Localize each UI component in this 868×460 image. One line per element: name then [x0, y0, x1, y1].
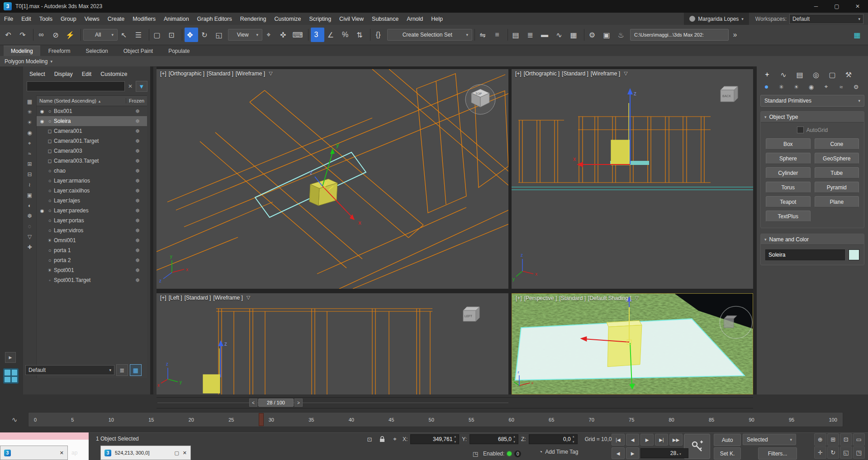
- category-geometry[interactable]: ●: [759, 81, 773, 92]
- viewport-4-canvas[interactable]: x y z: [512, 294, 753, 394]
- mirror-button[interactable]: ⇋: [477, 28, 491, 42]
- angle-snap-button[interactable]: ∠: [325, 28, 339, 42]
- current-frame-field[interactable]: 28▲▼: [640, 448, 688, 458]
- ribbon-toggle-button[interactable]: ▬: [539, 28, 553, 42]
- scene-row[interactable]: ○ chao ❆: [37, 166, 147, 176]
- menu-item[interactable]: Civil View: [335, 13, 368, 25]
- object-name-input[interactable]: [765, 249, 845, 260]
- viewport-filter-icon[interactable]: ▽: [247, 295, 250, 301]
- next-frame-arrow[interactable]: >: [294, 399, 303, 407]
- zoom-extents-all-icon[interactable]: ◱: [840, 446, 852, 459]
- viewport-menu-general[interactable]: [+]: [160, 70, 166, 77]
- expand-panel-button[interactable]: ▶: [5, 352, 16, 363]
- keyboard-override-button[interactable]: ⌨: [292, 28, 306, 42]
- filter-combinations-button[interactable]: ▽: [24, 231, 35, 242]
- frozen-toggle-icon[interactable]: ❆: [128, 268, 147, 273]
- primitive-button[interactable]: Pyramid: [815, 182, 859, 193]
- scene-row[interactable]: ◻ Camera001.Target ❆: [37, 136, 147, 146]
- yellow-box-object[interactable]: [203, 375, 220, 393]
- tab-display[interactable]: ▢: [825, 69, 840, 80]
- absolute-offset-toggle-icon[interactable]: ⌖: [390, 434, 400, 444]
- frozen-toggle-icon[interactable]: ❆: [128, 258, 147, 263]
- restore-icon[interactable]: ▢: [174, 450, 179, 456]
- display-frozen-toggle[interactable]: ❆: [24, 211, 35, 221]
- explorer-menu-item[interactable]: Display: [51, 70, 76, 78]
- scene-explorer-mode-icon[interactable]: ▦: [130, 364, 142, 376]
- frozen-toggle-icon[interactable]: ❆: [128, 277, 147, 283]
- mini-curve-editor-button[interactable]: ∿: [5, 414, 24, 426]
- viewcube[interactable]: LEFT: [463, 307, 479, 321]
- visibility-eye-icon[interactable]: ◉: [38, 119, 46, 124]
- frozen-toggle-icon[interactable]: ❆: [128, 128, 147, 134]
- frozen-toggle-icon[interactable]: ❆: [128, 208, 147, 214]
- viewport-orthographic-2[interactable]: [+] [Orthographic ] [Standard ] [Wirefra…: [512, 69, 753, 289]
- maximize-button[interactable]: ▢: [826, 0, 847, 13]
- display-spacewarps-toggle[interactable]: ≈: [24, 148, 35, 159]
- undo-button[interactable]: ↶: [3, 28, 16, 42]
- adaptive-degradation-icon[interactable]: ◳: [470, 449, 480, 459]
- track-bar[interactable]: 0510152025303540455055606570758085909510…: [28, 412, 843, 427]
- display-cameras-toggle[interactable]: ◉: [24, 127, 35, 138]
- zoom-extents-icon[interactable]: ⊡: [840, 433, 852, 446]
- previous-frame-button[interactable]: ◀: [626, 434, 639, 446]
- ribbon-tab[interactable]: Populate: [161, 46, 197, 56]
- auto-key-button[interactable]: Auto: [714, 434, 741, 446]
- viewport-1-canvas[interactable]: y x z TOP x: [157, 69, 508, 289]
- visibility-eye-icon[interactable]: ◉: [38, 208, 46, 213]
- tab-hierarchy[interactable]: ▤: [792, 69, 807, 80]
- frozen-toggle-icon[interactable]: ❆: [128, 188, 147, 194]
- select-and-manipulate-button[interactable]: ✜: [278, 28, 291, 42]
- select-by-name-button[interactable]: ☰: [133, 28, 147, 42]
- frozen-toggle-icon[interactable]: ❆: [128, 108, 147, 114]
- menu-item[interactable]: Group: [57, 13, 81, 25]
- primitive-button[interactable]: Tube: [815, 167, 859, 178]
- enabled-status-icon[interactable]: [507, 451, 512, 456]
- viewport-perspective[interactable]: [+] [Perspective ] [Standard ] [Default …: [512, 293, 753, 394]
- scene-row[interactable]: ○ Layer:portas ❆: [37, 216, 147, 225]
- viewport-menu-style[interactable]: [Standard ]: [559, 295, 586, 301]
- viewport-filter-icon[interactable]: ▽: [269, 70, 272, 77]
- select-and-move-button[interactable]: ✥: [185, 28, 198, 42]
- ribbon-tab[interactable]: Freeform: [41, 46, 78, 56]
- autogrid-checkbox[interactable]: [797, 127, 804, 133]
- viewport-3-canvas[interactable]: z LEFT x y z: [157, 293, 508, 394]
- column-header-name[interactable]: Name (Sorted Ascending) ▲: [39, 98, 126, 103]
- scene-row[interactable]: ◻ Camera003 ❆: [37, 146, 147, 156]
- time-slider-track[interactable]: [157, 403, 508, 403]
- select-object-button[interactable]: ↖: [119, 28, 132, 42]
- menu-item[interactable]: Views: [81, 13, 104, 25]
- viewport-menu-general[interactable]: [+]: [516, 295, 522, 301]
- x-coordinate-field[interactable]: 349,761▲▼: [410, 434, 459, 444]
- orbit-icon[interactable]: ↻: [827, 446, 840, 459]
- explorer-search-input[interactable]: [27, 81, 125, 91]
- go-to-end-button[interactable]: ▶▶: [669, 434, 683, 446]
- tab-motion[interactable]: ◎: [808, 69, 824, 80]
- scene-row[interactable]: ◦ Spot001.Target ❆: [37, 275, 147, 285]
- viewcube[interactable]: TOP: [465, 84, 495, 114]
- selection-filter-dropdown[interactable]: All ▾: [83, 29, 118, 41]
- display-groups-toggle[interactable]: ⊞: [24, 159, 35, 169]
- unlink-selection-button[interactable]: ⊘: [50, 28, 64, 42]
- workspace-grid-icon[interactable]: ▦: [852, 28, 865, 42]
- menu-item[interactable]: Rendering: [236, 13, 270, 25]
- scene-row[interactable]: ◉ ○ Layer:paredes ❆: [37, 206, 147, 216]
- explorer-menu-item[interactable]: Edit: [78, 70, 95, 78]
- viewport-menu-shading[interactable]: [Wireframe ]: [213, 295, 242, 301]
- scene-row[interactable]: ○ Layer:vidros ❆: [37, 225, 147, 235]
- spinner-icon[interactable]: ▲▼: [676, 450, 682, 456]
- explorer-menu-item[interactable]: Customize: [97, 70, 131, 78]
- viewport-menu-style[interactable]: [Standard ]: [207, 70, 233, 77]
- add-time-tag-button[interactable]: Add Time Tag: [545, 449, 578, 455]
- primitive-button[interactable]: Teapot: [766, 196, 811, 207]
- pick-filter-button[interactable]: ✚: [24, 242, 35, 252]
- column-header-frozen[interactable]: Frozen: [126, 98, 147, 103]
- category-spacewarps[interactable]: ≈: [834, 81, 848, 92]
- spinner-icon[interactable]: ▲▼: [513, 435, 517, 443]
- viewcube[interactable]: BACK: [721, 86, 738, 102]
- menu-item[interactable]: Modifiers: [128, 13, 160, 25]
- pan-icon[interactable]: ✛: [814, 446, 826, 459]
- primitive-button[interactable]: Cone: [815, 138, 859, 150]
- close-icon[interactable]: ✕: [183, 450, 187, 456]
- bind-to-space-warp-button[interactable]: ⚡: [65, 28, 78, 42]
- minimized-listener-window[interactable]: 3 524,213, 300,0] ▢ ✕: [100, 446, 191, 460]
